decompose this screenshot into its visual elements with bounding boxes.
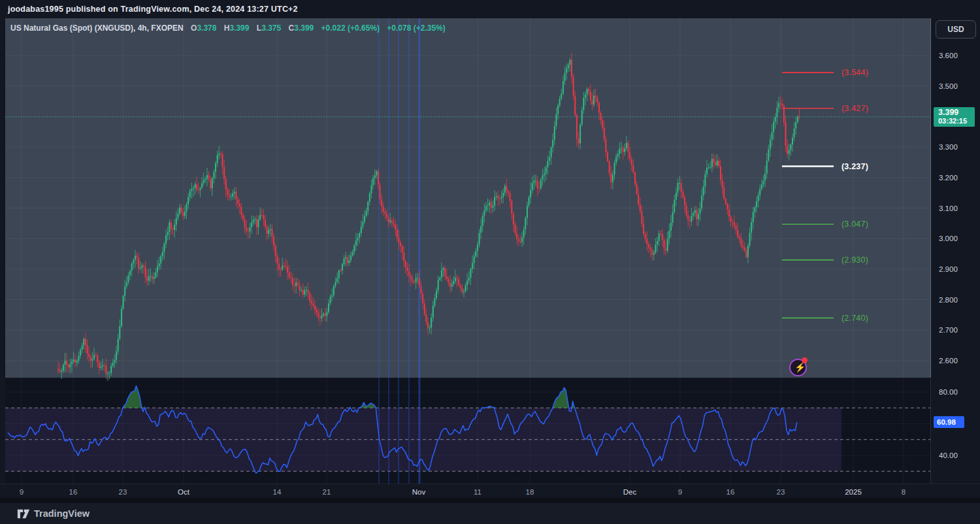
symbol-title: US Natural Gas (Spot) (XNGUSD), 4h, FXOP… [10,24,184,33]
open-value: 3.378 [197,24,216,33]
footer-bar: TradingView [0,503,980,524]
price-tick-label: 3.300 [939,143,958,151]
rsi-tick-label: 40.00 [939,451,958,459]
quick-action-button[interactable]: ⚡ [789,359,807,376]
close-label: C [289,24,295,33]
level-line-label: (2.740) [841,314,868,323]
time-tick-label: Oct [178,488,189,496]
time-tick-label: 16 [69,488,78,496]
level-line-label: (3.047) [841,220,868,229]
price-tick-label: 2.800 [939,296,958,304]
level-line-label: (2.930) [841,255,868,265]
rsi-value-badge: 60.98 [934,416,964,428]
tradingview-snapshot: joodabas1995 published on TradingView.co… [0,0,980,524]
change-value: +0.022 (+0.65%) [321,24,380,33]
time-tick-label: 9 [678,488,682,496]
price-axis[interactable] [933,18,980,378]
price-tick-label: 2.600 [939,357,958,365]
chart-svg [0,0,980,524]
time-tick-label: Dec [623,488,636,496]
time-tick-label: 23 [777,488,785,496]
tradingview-logo-text[interactable]: TradingView [34,508,90,519]
tradingview-logo-icon[interactable] [17,508,30,519]
level-lines[interactable] [782,73,834,318]
time-axis[interactable] [0,483,980,499]
time-tick-label: 8 [902,488,906,496]
current-price-badge: 3.399 03:32:15 [934,107,975,127]
open-label: O [191,24,197,33]
price-tick-label: 3.100 [939,205,958,212]
time-tick-label: 16 [727,488,735,496]
close-value: 3.399 [294,24,314,33]
rsi-band [5,408,930,471]
price-tick-label: 2.700 [939,326,958,334]
level-line-label: (3.237) [841,162,868,171]
rsi-value: 60.98 [937,418,956,426]
price-tick-label: 3.000 [939,235,958,242]
time-tick-label: Nov [412,488,425,496]
time-tick-label: 9 [20,488,24,496]
time-tick-label: 11 [474,488,482,496]
notification-dot [802,357,808,363]
current-price-value: 3.399 [938,108,975,117]
price-tick-label: 3.200 [939,174,958,182]
level-line-label: (3.427) [841,104,868,113]
time-tick-label: 2025 [845,488,862,496]
lightning-icon: ⚡ [794,362,806,372]
level-line-label: (3.544) [841,68,868,77]
rsi-tick-label: 80.00 [939,388,958,396]
time-tick-label: 21 [323,488,331,496]
extended-change-value: +0.078 (+2.35%) [387,24,445,33]
time-tick-label: 14 [273,488,282,496]
bar-countdown: 03:32:15 [938,117,975,125]
price-tick-label: 3.500 [939,82,958,90]
price-tick-label: 3.600 [939,52,958,59]
time-tick-label: 23 [119,488,127,496]
symbol-legend[interactable]: US Natural Gas (Spot) (XNGUSD), 4h, FXOP… [10,24,446,33]
axis-bottom-strip [0,498,980,503]
time-tick-label: 18 [526,488,534,496]
high-value: 3.399 [229,24,249,33]
candlestick-series [57,53,800,381]
price-tick-label: 2.900 [939,265,958,273]
low-value: 3.375 [261,24,281,33]
